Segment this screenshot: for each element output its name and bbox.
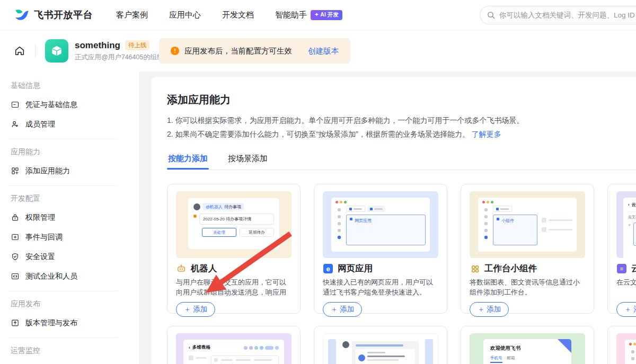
- banner-text: 应用发布后，当前配置方可生效: [184, 46, 292, 56]
- add-bot-button[interactable]: ＋ 添加: [176, 302, 215, 317]
- bot-preview: @机器人待办事项 2022-05-20 待办事项详情 去处理 延期待办: [176, 191, 292, 258]
- docs-icon: ≡: [616, 263, 627, 274]
- sidebar-item-members[interactable]: 成员管理: [0, 114, 139, 134]
- card-desc-webapp: 快速接入已有的网页应用，用户可以通过飞书客户端免登录快速进入。: [323, 277, 438, 297]
- capability-tabs: 按能力添加 按场景添加: [167, 150, 636, 170]
- nav-customer-cases[interactable]: 客户案例: [116, 10, 148, 20]
- tab-by-capability[interactable]: 按能力添加: [167, 150, 209, 170]
- feishu-logo-icon: [14, 8, 30, 22]
- sidebar-divider: [8, 185, 118, 186]
- widget-preview: 小组件: [470, 191, 585, 258]
- main-content: 添加应用能力 1. 你可以根据实际需求，为应用开启能力。单个应用可开启多种能力，…: [151, 77, 636, 364]
- bitable-preview: ‹多维表格: [176, 333, 292, 364]
- code-brackets-icon: [11, 272, 20, 281]
- capability-cards-row-1: @机器人待办事项 2022-05-20 待办事项详情 去处理 延期待办: [167, 184, 636, 314]
- add-docs-button[interactable]: ＋ 添加: [616, 302, 636, 317]
- instructions: 1. 你可以根据实际需求，为应用开启能力。单个应用可开启多种能力，一个能力可用于…: [167, 113, 636, 141]
- pink-preview: [616, 333, 636, 364]
- add-widget-button[interactable]: ＋ 添加: [470, 302, 509, 317]
- section-capability: 应用能力: [0, 141, 139, 161]
- qr-corner-icon: [558, 339, 571, 353]
- tab-by-scene[interactable]: 按场景添加: [227, 150, 269, 170]
- docs-preview: ‹云文档 云文档 +: [616, 191, 636, 258]
- card-bitable: ‹多维表格: [167, 326, 301, 364]
- card-clipped: [607, 326, 636, 364]
- home-icon: [14, 45, 25, 57]
- card-desc-widget: 将数据图表、图文资讯等信息通过小组件添加到工作台。: [470, 277, 585, 297]
- card-title-docs: 云文档: [631, 263, 636, 274]
- instruction-1: 1. 你可以根据实际需求，为应用开启能力。单个应用可开启多种能力，一个能力可用于…: [167, 113, 636, 127]
- lock-icon: [11, 213, 20, 222]
- webapp-icon: e: [323, 263, 333, 274]
- card-message-card: [314, 326, 447, 364]
- section-basic-info: 基础信息: [0, 75, 139, 95]
- card-docs: ‹云文档 云文档 + ≡ 云文档 在云文档中 ＋ 添加: [607, 184, 636, 314]
- nav-app-center[interactable]: 应用中心: [169, 10, 201, 20]
- section-release: 应用发布: [0, 293, 139, 313]
- sidebar: 基础信息 凭证与基础信息 成员管理 应用能力 添加应用能力 开发配置: [0, 72, 139, 364]
- capability-cards-row-2: ‹多维表格: [167, 326, 636, 364]
- card-widget: 小组件: [461, 184, 594, 314]
- member-add-icon: [11, 120, 20, 129]
- card-title-bot: 机器人: [191, 263, 217, 274]
- card-title-webapp: 网页应用: [338, 263, 373, 274]
- sidebar-item-version[interactable]: 版本管理与发布: [0, 313, 139, 333]
- search-icon: [487, 11, 495, 19]
- card-desc-bot: 与用户在聊天中交互的应用，它可以向用户或群组自动发送消息，响应用户的消...: [176, 277, 292, 297]
- nav-dev-docs[interactable]: 开发文档: [222, 10, 254, 20]
- card-desc-docs: 在云文档中: [616, 277, 636, 297]
- login-preview: 欢迎使用飞书 手机号 邮箱 +86 ⌄: [470, 333, 585, 364]
- status-badge: 待上线: [125, 40, 150, 50]
- sidebar-item-test-org[interactable]: 测试企业和人员: [0, 267, 139, 286]
- section-monitor: 运营监控: [0, 340, 139, 360]
- main-background: 添加应用能力 1. 你可以根据实际需求，为应用开启能力。单个应用可开启多种能力，…: [139, 72, 636, 364]
- sidebar-divider: [8, 139, 118, 139]
- webapp-preview: 网页应用: [323, 191, 438, 258]
- sidebar-item-credentials[interactable]: 凭证与基础信息: [0, 95, 139, 114]
- grid-add-icon: [11, 166, 20, 175]
- publish-notice-banner: ! 应用发布后，当前配置方可生效 创建版本: [159, 38, 350, 64]
- widget-icon: [470, 263, 480, 274]
- message-card-preview: [323, 333, 438, 364]
- ai-dev-badge: ✦ AI 开发: [311, 10, 342, 20]
- instruction-2: 2. 如果尚不确定需要添加什么能力，可切换至“按场景添加”，根据所需的业务场景选…: [167, 127, 636, 141]
- app-header-bar: something 待上线 正式应用@用户746405的组织 ! 应用发布后，当…: [0, 30, 636, 72]
- card-title-widget: 工作台小组件: [484, 263, 537, 274]
- sidebar-item-add-capability[interactable]: 添加应用能力: [0, 161, 139, 181]
- search-input[interactable]: [499, 11, 636, 19]
- event-callback-icon: [11, 233, 20, 242]
- card-login: 欢迎使用飞书 手机号 邮箱 +86 ⌄: [461, 326, 594, 364]
- shield-check-icon: [11, 252, 20, 261]
- id-card-icon: [11, 100, 20, 109]
- avatar: [342, 341, 349, 348]
- add-webapp-button[interactable]: ＋ 添加: [323, 302, 362, 317]
- card-bot: @机器人待办事项 2022-05-20 待办事项详情 去处理 延期待办: [167, 184, 301, 314]
- sidebar-item-security[interactable]: 安全设置: [0, 247, 139, 267]
- avatar: [193, 203, 200, 210]
- top-navigation: 客户案例 应用中心 开发文档 智能助手 ✦ AI 开发: [116, 10, 342, 20]
- app-subtitle: 正式应用@用户746405的组织: [75, 53, 163, 62]
- top-navbar: 飞书开放平台 客户案例 应用中心 开发文档 智能助手 ✦ AI 开发: [0, 0, 636, 30]
- section-dev-config: 开发配置: [0, 188, 139, 208]
- header-divider: [35, 44, 36, 58]
- sidebar-item-permissions[interactable]: 权限管理: [0, 208, 139, 227]
- app-cube-icon: [50, 44, 64, 58]
- sidebar-divider: [8, 338, 118, 338]
- robot-icon: [176, 263, 187, 274]
- app-avatar: [45, 39, 68, 63]
- search-box[interactable]: [480, 6, 636, 24]
- app-name: something: [75, 40, 120, 51]
- card-webapp: 网页应用 e 网页应用 快速接入已有的网页应用，用户可以通过飞书客户端免登录快速…: [314, 184, 447, 314]
- app-identity: something 待上线 正式应用@用户746405的组织: [75, 40, 163, 62]
- page-title: 添加应用能力: [167, 93, 636, 107]
- sidebar-item-events[interactable]: 事件与回调: [0, 227, 139, 247]
- warning-icon: !: [171, 47, 179, 55]
- nav-ai-assistant[interactable]: 智能助手 ✦ AI 开发: [275, 10, 342, 20]
- sidebar-divider: [8, 291, 118, 291]
- brand-name: 飞书开放平台: [34, 8, 93, 21]
- learn-more-link[interactable]: 了解更多: [472, 130, 501, 138]
- home-button[interactable]: [14, 45, 25, 57]
- create-version-link[interactable]: 创建版本: [308, 46, 339, 56]
- brand[interactable]: 飞书开放平台: [0, 8, 93, 22]
- publish-arrow-icon: [11, 318, 20, 327]
